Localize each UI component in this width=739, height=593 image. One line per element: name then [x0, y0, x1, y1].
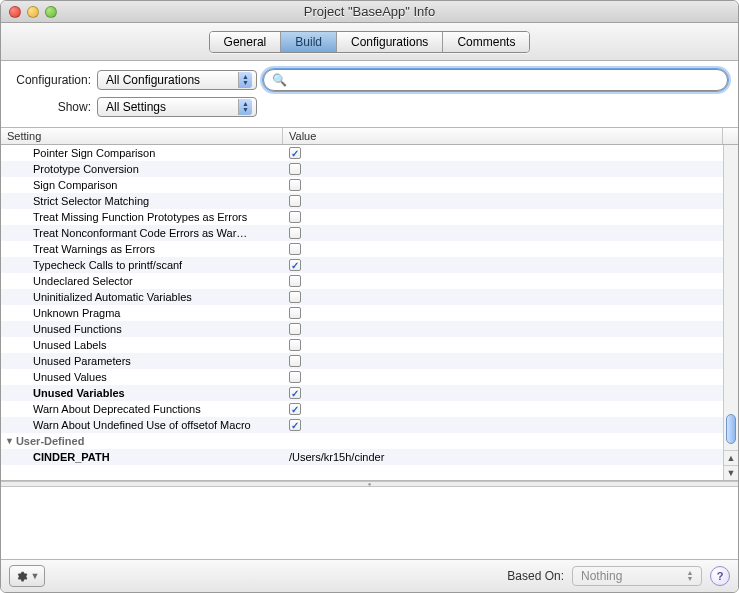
setting-label: CINDER_PATH	[1, 451, 283, 463]
checkbox[interactable]	[289, 291, 301, 303]
checkbox[interactable]	[289, 259, 301, 271]
scroll-up-icon[interactable]: ▲	[724, 450, 738, 465]
setting-label: Strict Selector Matching	[1, 195, 283, 207]
scroll-thumb[interactable]	[726, 414, 736, 444]
checkbox[interactable]	[289, 195, 301, 207]
setting-label: Uninitialized Automatic Variables	[1, 291, 283, 303]
setting-label: Unused Parameters	[1, 355, 283, 367]
table-row[interactable]: Unused Values	[1, 369, 738, 385]
action-menu-button[interactable]: ▼	[9, 565, 45, 587]
checkbox[interactable]	[289, 275, 301, 287]
filter-bar: Configuration: All Configurations ▲▼ 🔍 S…	[1, 61, 738, 127]
setting-label: Prototype Conversion	[1, 163, 283, 175]
group-header[interactable]: ▼User-Defined	[1, 433, 738, 449]
setting-value	[283, 339, 738, 351]
setting-label: Treat Warnings as Errors	[1, 243, 283, 255]
setting-value	[283, 227, 738, 239]
checkbox[interactable]	[289, 355, 301, 367]
table-row[interactable]: Sign Comparison	[1, 177, 738, 193]
disclosure-triangle-icon[interactable]: ▼	[5, 436, 14, 446]
table-row[interactable]: Strict Selector Matching	[1, 193, 738, 209]
table-row[interactable]: Warn About Undefined Use of offsetof Mac…	[1, 417, 738, 433]
configuration-value: All Configurations	[106, 73, 200, 87]
table-row[interactable]: Undeclared Selector	[1, 273, 738, 289]
based-on-value: Nothing	[581, 569, 622, 583]
table-row[interactable]: Treat Nonconformant Code Errors as War…	[1, 225, 738, 241]
search-icon: 🔍	[272, 73, 287, 87]
configuration-label: Configuration:	[11, 73, 91, 87]
minimize-icon[interactable]	[27, 6, 39, 18]
checkbox[interactable]	[289, 179, 301, 191]
column-setting[interactable]: Setting	[1, 128, 283, 144]
based-on-select[interactable]: Nothing ▲▼	[572, 566, 702, 586]
show-value: All Settings	[106, 100, 166, 114]
table-row[interactable]: Unused Functions	[1, 321, 738, 337]
setting-label: Warn About Deprecated Functions	[1, 403, 283, 415]
setting-value	[283, 259, 738, 271]
search-field[interactable]: 🔍	[263, 69, 728, 91]
table-row[interactable]: Warn About Deprecated Functions	[1, 401, 738, 417]
updown-icon: ▲▼	[238, 72, 252, 88]
table-body: Pointer Sign ComparisonPrototype Convers…	[1, 145, 738, 480]
show-select[interactable]: All Settings ▲▼	[97, 97, 257, 117]
scroll-down-icon[interactable]: ▼	[724, 465, 738, 480]
configuration-select[interactable]: All Configurations ▲▼	[97, 70, 257, 90]
window-title: Project "BaseApp" Info	[1, 4, 738, 19]
setting-value	[283, 387, 738, 399]
setting-value	[283, 195, 738, 207]
checkbox[interactable]	[289, 419, 301, 431]
setting-label: Unknown Pragma	[1, 307, 283, 319]
setting-value	[283, 179, 738, 191]
setting-value	[283, 163, 738, 175]
toolbar: General Build Configurations Comments	[1, 23, 738, 61]
table-row[interactable]: Unknown Pragma	[1, 305, 738, 321]
titlebar: Project "BaseApp" Info	[1, 1, 738, 23]
tab-comments[interactable]: Comments	[443, 32, 529, 52]
checkbox[interactable]	[289, 371, 301, 383]
table-row[interactable]: Unused Labels	[1, 337, 738, 353]
setting-value	[283, 403, 738, 415]
table-row[interactable]: Unused Variables	[1, 385, 738, 401]
setting-label: Pointer Sign Comparison	[1, 147, 283, 159]
checkbox[interactable]	[289, 227, 301, 239]
checkbox[interactable]	[289, 243, 301, 255]
table-row[interactable]: Treat Missing Function Prototypes as Err…	[1, 209, 738, 225]
based-on-label: Based On:	[507, 569, 564, 583]
table-row[interactable]: Treat Warnings as Errors	[1, 241, 738, 257]
setting-value	[283, 147, 738, 159]
checkbox[interactable]	[289, 163, 301, 175]
table-row[interactable]: Unused Parameters	[1, 353, 738, 369]
tab-general[interactable]: General	[210, 32, 282, 52]
checkbox[interactable]	[289, 147, 301, 159]
scrollbar[interactable]: ▲ ▼	[723, 145, 738, 480]
column-value[interactable]: Value	[283, 128, 723, 144]
zoom-icon[interactable]	[45, 6, 57, 18]
table-row[interactable]: Pointer Sign Comparison	[1, 145, 738, 161]
table-row[interactable]: Typecheck Calls to printf/scanf	[1, 257, 738, 273]
table-row[interactable]: Uninitialized Automatic Variables	[1, 289, 738, 305]
table-row[interactable]: CINDER_PATH/Users/kr15h/cinder	[1, 449, 738, 465]
setting-value	[283, 243, 738, 255]
setting-value	[283, 307, 738, 319]
tab-configurations[interactable]: Configurations	[337, 32, 443, 52]
footer: ▼ Based On: Nothing ▲▼ ?	[1, 559, 738, 592]
close-icon[interactable]	[9, 6, 21, 18]
table-row[interactable]: Prototype Conversion	[1, 161, 738, 177]
checkbox[interactable]	[289, 339, 301, 351]
search-input[interactable]	[292, 73, 719, 87]
tab-build[interactable]: Build	[281, 32, 337, 52]
checkbox[interactable]	[289, 307, 301, 319]
setting-value	[283, 291, 738, 303]
setting-label: Warn About Undefined Use of offsetof Mac…	[1, 419, 283, 431]
checkbox[interactable]	[289, 387, 301, 399]
checkbox[interactable]	[289, 403, 301, 415]
setting-value	[283, 211, 738, 223]
window-controls	[1, 6, 57, 18]
setting-value	[283, 419, 738, 431]
help-button[interactable]: ?	[710, 566, 730, 586]
setting-label: Unused Variables	[1, 387, 283, 399]
table-header: Setting Value	[1, 128, 738, 145]
checkbox[interactable]	[289, 323, 301, 335]
gear-icon	[15, 570, 28, 583]
checkbox[interactable]	[289, 211, 301, 223]
